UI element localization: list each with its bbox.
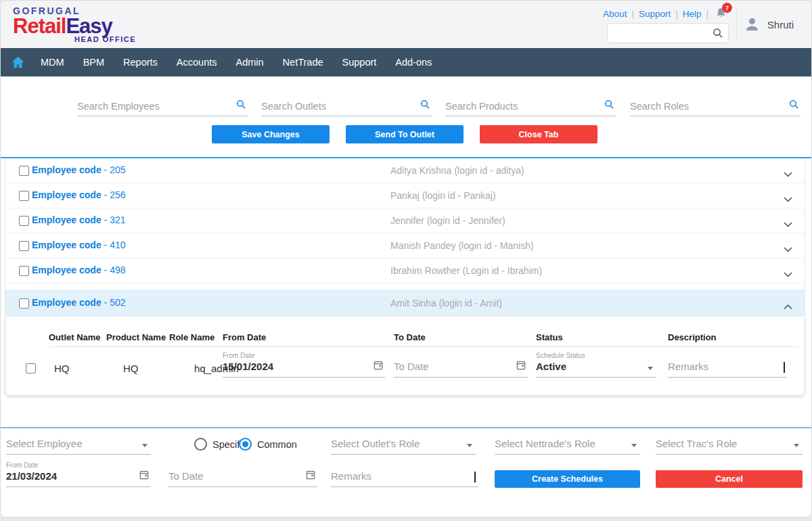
- send-to-outlet-button[interactable]: Send To Outlet: [346, 125, 464, 143]
- employee-list-panel: Employee code - 205 Aditya Krishna (logi…: [5, 158, 805, 395]
- col-to-date: To Date: [394, 332, 426, 342]
- save-changes-button[interactable]: Save Changes: [212, 125, 330, 143]
- search-roles-input[interactable]: Search Roles: [630, 98, 800, 116]
- cancel-button[interactable]: Cancel: [656, 470, 803, 488]
- col-from-date: From Date: [223, 332, 266, 342]
- chevron-down-icon[interactable]: [784, 168, 792, 180]
- separator: |: [675, 9, 678, 19]
- search-icon: [604, 99, 614, 112]
- row-checkbox[interactable]: [19, 266, 29, 276]
- employee-name: Ibrahim Rowther (Login id - Ibrahim): [390, 265, 542, 276]
- user-menu[interactable]: Shruti: [743, 16, 794, 34]
- chevron-up-icon[interactable]: [784, 300, 792, 313]
- nav-item-reports[interactable]: Reports: [114, 57, 167, 68]
- schedule-status-select[interactable]: Schedule Status Active: [536, 352, 656, 378]
- schedule-status-label: Schedule Status: [536, 352, 656, 361]
- employee-name: Aditya Krishna (login id - aditya): [390, 165, 524, 176]
- employee-code: Employee code - 498: [32, 265, 126, 275]
- calendar-icon[interactable]: [374, 360, 383, 373]
- caret-down-icon: [631, 444, 637, 447]
- help-link[interactable]: Help: [683, 9, 702, 19]
- user-name: Shruti: [767, 19, 794, 30]
- text-cursor: [784, 362, 785, 373]
- form-remarks-input[interactable]: Remarks: [331, 470, 478, 487]
- search-roles-placeholder: Search Roles: [630, 101, 689, 112]
- col-outlet-name: Outlet Name: [49, 332, 101, 342]
- support-link[interactable]: Support: [639, 9, 671, 19]
- employee-row-321[interactable]: Employee code - 321 Jennifer (login id -…: [5, 208, 805, 233]
- detail-row-checkbox[interactable]: [26, 363, 36, 373]
- search-employees-input[interactable]: Search Employees: [77, 98, 248, 116]
- employee-row-256[interactable]: Employee code - 256 Pankaj (login id - P…: [5, 183, 805, 208]
- select-outlet-role-placeholder: Select Outlet's Role: [331, 438, 476, 452]
- employee-row-205[interactable]: Employee code - 205 Aditya Krishna (logi…: [5, 158, 805, 183]
- row-checkbox[interactable]: [19, 241, 29, 251]
- calendar-icon[interactable]: [516, 360, 526, 373]
- employee-row-410[interactable]: Employee code - 410 Manish Pandey (login…: [5, 233, 805, 258]
- employee-code: Employee code - 205: [32, 164, 126, 175]
- employee-code: Employee code - 321: [32, 214, 126, 225]
- select-employee-dropdown[interactable]: Select Employee: [6, 438, 151, 455]
- chevron-down-icon[interactable]: [784, 243, 792, 255]
- row-checkbox[interactable]: [19, 298, 29, 309]
- calendar-icon[interactable]: [139, 470, 149, 482]
- nav-item-nettrade[interactable]: NetTrade: [273, 57, 333, 68]
- common-radio-label: Common: [257, 439, 297, 450]
- calendar-icon[interactable]: [306, 470, 315, 482]
- nav-item-admin[interactable]: Admin: [227, 57, 273, 68]
- chevron-down-icon[interactable]: [784, 193, 792, 205]
- form-to-date-placeholder: To Date: [168, 470, 317, 484]
- chevron-down-icon[interactable]: [784, 268, 792, 280]
- search-products-input[interactable]: Search Products: [445, 98, 616, 116]
- to-date-input[interactable]: To Date: [394, 361, 528, 378]
- nav-item-mdm[interactable]: MDM: [31, 57, 74, 68]
- select-nettrade-role-dropdown[interactable]: Select Nettrade's Role: [495, 438, 640, 455]
- global-search-input[interactable]: [607, 23, 729, 43]
- home-icon: [12, 56, 24, 68]
- nav-item-bpm[interactable]: BPM: [74, 57, 114, 68]
- col-role-name: Role Name: [169, 332, 215, 342]
- search-icon: [789, 99, 799, 112]
- caret-down-icon: [794, 444, 799, 447]
- nav-item-support[interactable]: Support: [333, 57, 386, 68]
- search-icon: [420, 99, 430, 112]
- select-outlet-role-dropdown[interactable]: Select Outlet's Role: [331, 438, 476, 455]
- form-from-date-input[interactable]: From Date 21/03/2024: [6, 461, 151, 487]
- from-date-input[interactable]: From Date 15/01/2024: [223, 352, 385, 378]
- row-checkbox[interactable]: [19, 191, 29, 201]
- schedule-detail-card: Outlet Name Product Name Role Name From …: [5, 317, 805, 395]
- nav-item-accounts[interactable]: Accounts: [167, 57, 227, 68]
- notification-badge: 7: [722, 3, 732, 13]
- from-date-label: From Date: [223, 352, 385, 361]
- about-link[interactable]: About: [603, 9, 627, 19]
- main-nav: MDM BPM Reports Accounts Admin NetTrade …: [1, 48, 811, 76]
- search-icon: [713, 28, 723, 41]
- nav-item-addons[interactable]: Add-ons: [386, 57, 441, 68]
- brand-logo: GOFRUGAL RetailEasy HEAD OFFICE: [13, 5, 136, 43]
- employee-name: Jennifer (login id - Jennifer): [390, 215, 505, 226]
- row-checkbox[interactable]: [19, 166, 29, 176]
- radio-off-icon[interactable]: [194, 438, 207, 451]
- remarks-input[interactable]: Remarks: [668, 361, 787, 378]
- header-divider: [49, 346, 799, 347]
- search-outlets-placeholder: Search Outlets: [261, 101, 326, 112]
- employee-row-502-expanded[interactable]: Employee code - 502 Amit Sinha (login id…: [5, 290, 805, 317]
- chevron-down-icon[interactable]: [784, 218, 792, 230]
- header-divider: [736, 9, 737, 40]
- radio-on-icon[interactable]: [239, 438, 252, 451]
- caret-down-icon: [648, 367, 653, 370]
- top-header: GOFRUGAL RetailEasy HEAD OFFICE About | …: [1, 1, 811, 48]
- search-outlets-input[interactable]: Search Outlets: [261, 98, 432, 116]
- home-button[interactable]: [12, 56, 24, 68]
- employee-code: Employee code - 256: [32, 189, 126, 200]
- product-value: HQ: [123, 363, 139, 374]
- notifications-button[interactable]: 7: [715, 7, 729, 20]
- common-radio[interactable]: Common: [239, 438, 297, 451]
- close-tab-button[interactable]: Close Tab: [480, 125, 597, 143]
- employee-row-498[interactable]: Employee code - 498 Ibrahim Rowther (Log…: [5, 258, 805, 284]
- employee-code: Employee code - 502: [32, 297, 126, 308]
- select-trac-role-dropdown[interactable]: Select Trac's Role: [656, 438, 803, 455]
- form-to-date-input[interactable]: To Date: [168, 470, 317, 487]
- row-checkbox[interactable]: [19, 216, 29, 226]
- create-schedules-button[interactable]: Create Schedules: [495, 470, 640, 488]
